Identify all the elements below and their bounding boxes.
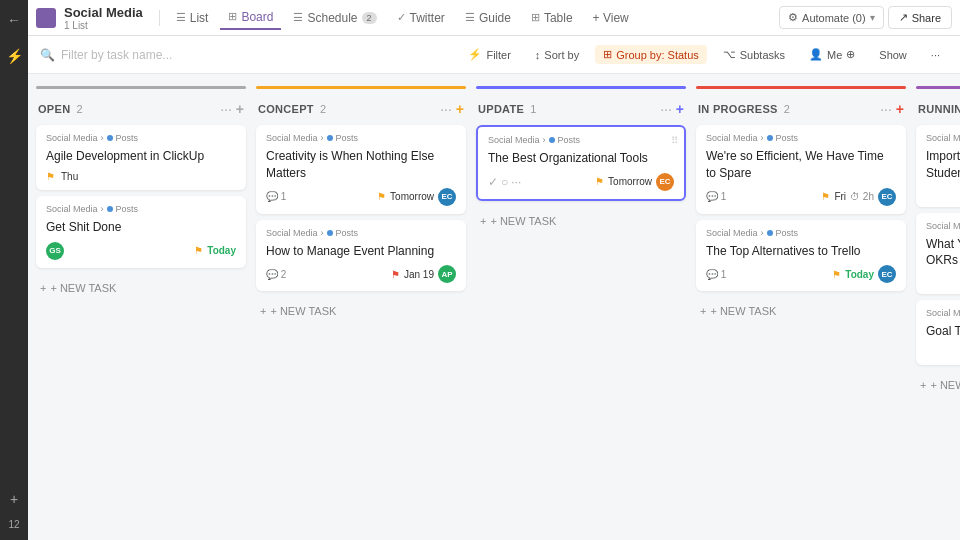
- schedule-badge: 2: [362, 12, 377, 24]
- card-title: Creativity is When Nothing Else Matters: [266, 148, 456, 182]
- card-breadcrumb: Social Media › Posts: [706, 228, 896, 238]
- open-col-add[interactable]: +: [236, 101, 244, 117]
- running-column-header: RUNNING 3 ···: [916, 97, 960, 125]
- tab-schedule-label: Schedule: [307, 11, 357, 25]
- automate-button[interactable]: ⚙ Automate (0) ▾: [779, 6, 884, 29]
- tab-add-view[interactable]: + View: [585, 7, 637, 29]
- card-event-planning[interactable]: Social Media › Posts How to Manage Event…: [256, 220, 466, 292]
- open-col-menu[interactable]: ···: [220, 101, 232, 117]
- tab-board[interactable]: ⊞ Board: [220, 6, 281, 30]
- sidebar-nav-icon[interactable]: ←: [3, 8, 25, 32]
- card-efficient[interactable]: Social Media › Posts We're so Efficient,…: [696, 125, 906, 214]
- search-icon: 🔍: [40, 48, 55, 62]
- card-comment-count: 💬 1: [266, 191, 286, 202]
- sort-button[interactable]: ↕ Sort by: [527, 46, 587, 64]
- card-avatar: AP: [438, 265, 456, 283]
- card-action-more[interactable]: ···: [511, 175, 521, 189]
- topbar: Social Media 1 List ☰ List ⊞ Board ☰ Sch…: [28, 0, 960, 36]
- concept-new-task[interactable]: + + NEW TASK: [256, 299, 466, 323]
- concept-col-add[interactable]: +: [456, 101, 464, 117]
- card-breadcrumb: Social Media › Po...: [926, 133, 960, 143]
- priority-flag: ⚑: [832, 269, 841, 280]
- in-progress-col-menu[interactable]: ···: [880, 101, 892, 117]
- tab-schedule[interactable]: ☰ Schedule 2: [285, 7, 384, 29]
- new-task-plus: +: [480, 215, 486, 227]
- running-col-title: RUNNING: [918, 103, 960, 115]
- tab-table[interactable]: ⊞ Table: [523, 7, 581, 29]
- more-icon: ···: [931, 49, 940, 61]
- priority-flag: ⚑: [46, 171, 55, 182]
- in-progress-column-header: IN PROGRESS 2 ··· +: [696, 97, 906, 125]
- in-progress-new-task[interactable]: + + NEW TASK: [696, 299, 906, 323]
- search-box[interactable]: 🔍 Filter by task name...: [40, 48, 240, 62]
- concept-col-menu[interactable]: ···: [440, 101, 452, 117]
- card-date: Tomorrow: [390, 191, 434, 202]
- card-date: Today: [207, 245, 236, 256]
- card-date: Jan 19: [404, 269, 434, 280]
- card-title: Get Shit Done: [46, 219, 236, 236]
- new-task-plus: +: [920, 379, 926, 391]
- card-action-circle[interactable]: ○: [501, 175, 508, 189]
- filter-button[interactable]: ⚡ Filter: [460, 45, 518, 64]
- update-column-header: UPDATE 1 ··· +: [476, 97, 686, 125]
- left-sidebar: ← ⚡ + 12: [0, 0, 28, 540]
- card-title: Agile Development in ClickUp: [46, 148, 236, 165]
- twitter-tab-icon: ✓: [397, 11, 406, 24]
- group-status-button[interactable]: ⊞ Group by: Status: [595, 45, 707, 64]
- column-concept: CONCEPT 2 ··· + Social Media › Posts Cre…: [256, 86, 466, 528]
- card-trello-alternatives[interactable]: Social Media › Posts The Top Alternative…: [696, 220, 906, 292]
- filter-label: Filter: [486, 49, 510, 61]
- card-avatar: EC: [878, 188, 896, 206]
- tab-list-label: List: [190, 11, 209, 25]
- subtasks-label: Subtasks: [740, 49, 785, 61]
- card-goal-tracking[interactable]: Social Media › Po... Goal Tracking ⚑ Fri: [916, 300, 960, 365]
- card-title: The Top Alternatives to Trello: [706, 243, 896, 260]
- tab-twitter-label: Twitter: [410, 11, 445, 25]
- sidebar-lightning-icon[interactable]: ⚡: [2, 44, 27, 68]
- running-new-task[interactable]: + + NEW TASK: [916, 373, 960, 397]
- update-col-add[interactable]: +: [676, 101, 684, 117]
- me-label: Me: [827, 49, 842, 61]
- more-options-button[interactable]: ···: [923, 46, 948, 64]
- tab-twitter[interactable]: ✓ Twitter: [389, 7, 453, 29]
- subtasks-button[interactable]: ⌥ Subtasks: [715, 45, 793, 64]
- card-action-check[interactable]: ✓: [488, 175, 498, 189]
- card-agile-dev[interactable]: Social Media › Posts Agile Development i…: [36, 125, 246, 190]
- column-open: OPEN 2 ··· + Social Media › Posts Agile …: [36, 86, 246, 528]
- priority-flag: ⚑: [595, 176, 604, 187]
- share-label: Share: [912, 12, 941, 24]
- list-tab-icon: ☰: [176, 11, 186, 24]
- update-new-task[interactable]: + + NEW TASK: [476, 209, 686, 233]
- open-status-bar: [36, 86, 246, 89]
- me-button[interactable]: 👤 Me ⊕: [801, 45, 863, 64]
- me-more-icon: ⊕: [846, 48, 855, 61]
- show-button[interactable]: Show: [871, 46, 915, 64]
- card-okrs[interactable]: Social Media › Po... What You Need to Kn…: [916, 213, 960, 295]
- breadcrumb-dot: [767, 230, 773, 236]
- update-col-title: UPDATE: [478, 103, 524, 115]
- card-get-shit-done[interactable]: Social Media › Posts Get Shit Done GS ⚑ …: [36, 196, 246, 268]
- concept-status-bar: [256, 86, 466, 89]
- share-button[interactable]: ↗ Share: [888, 6, 952, 29]
- group-label: Group by: Status: [616, 49, 699, 61]
- card-date: Fri: [834, 191, 846, 202]
- open-new-task[interactable]: + + NEW TASK: [36, 276, 246, 300]
- card-creativity[interactable]: Social Media › Posts Creativity is When …: [256, 125, 466, 214]
- card-date: Tomorrow: [608, 176, 652, 187]
- tab-guide[interactable]: ☰ Guide: [457, 7, 519, 29]
- in-progress-col-add[interactable]: +: [896, 101, 904, 117]
- update-col-menu[interactable]: ···: [660, 101, 672, 117]
- sort-icon: ↕: [535, 49, 541, 61]
- concept-column-header: CONCEPT 2 ··· +: [256, 97, 466, 125]
- priority-flag: ⚑: [194, 245, 203, 256]
- card-breadcrumb: Social Media › Po...: [926, 221, 960, 231]
- card-project-tips[interactable]: Social Media › Po... Important Project T…: [916, 125, 960, 207]
- concept-col-count: 2: [320, 103, 326, 115]
- card-avatar: EC: [438, 188, 456, 206]
- sidebar-plus-icon[interactable]: +: [6, 487, 22, 511]
- tab-list[interactable]: ☰ List: [168, 7, 217, 29]
- card-comment-count: 💬 2: [266, 269, 286, 280]
- topbar-divider: [159, 10, 160, 26]
- card-best-org-tools[interactable]: Social Media › Posts The Best Organizati…: [476, 125, 686, 201]
- column-update: UPDATE 1 ··· + Social Media › Posts The …: [476, 86, 686, 528]
